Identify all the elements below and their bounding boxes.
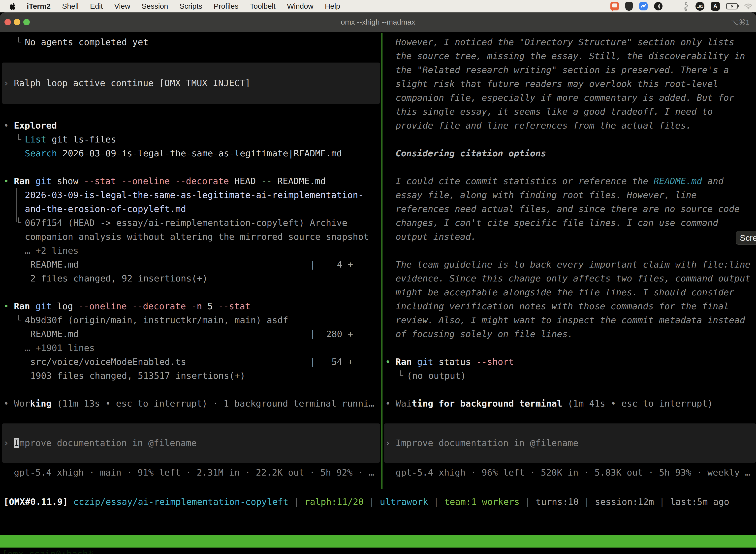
- chat-app-icon[interactable]: [611, 2, 619, 10]
- bullet-icon: •: [3, 299, 9, 313]
- text-cursor[interactable]: I: [14, 438, 19, 448]
- apple-icon[interactable]: [10, 2, 17, 10]
- omx-session-time: session:12m: [595, 497, 654, 507]
- menu-bar: iTerm2 Shell Edit View Session Scripts P…: [0, 0, 756, 12]
- nav-zigzag-icon[interactable]: [639, 2, 648, 10]
- commit-output-line: companion analysis without altering the …: [25, 232, 369, 242]
- git-subcommand: status: [439, 357, 476, 367]
- omx-ultrawork: ultrawork: [380, 497, 428, 507]
- bullet-icon: •: [385, 355, 391, 369]
- reasoning-line: and: [702, 176, 723, 186]
- working-detail: (11m 13s • esc to interrupt) · 1 backgro…: [52, 398, 374, 408]
- session-status-line: gpt-5.4 xhigh · main · 91% left · 2.31M …: [14, 467, 374, 478]
- prompt-input-text[interactable]: Improve documentation in @filename: [396, 438, 578, 448]
- dots-grid-icon[interactable]: [669, 3, 676, 10]
- stat-file-count: | 4 +: [310, 258, 353, 272]
- stat-file-count: | 280 +: [310, 327, 353, 341]
- prompt-chevron-icon: ›: [3, 436, 9, 450]
- menu-item-toolbelt[interactable]: Toolbelt: [250, 2, 275, 10]
- command-output: (no output): [407, 371, 466, 381]
- keyboard-a-icon[interactable]: A: [711, 2, 720, 11]
- menu-item-help[interactable]: Help: [325, 2, 340, 10]
- tool-search-label: Search: [25, 148, 57, 158]
- git-subcommand: log: [57, 301, 78, 311]
- reasoning-line: of focusing solely on file lines.: [396, 329, 573, 339]
- shield-keys-icon[interactable]: [625, 2, 633, 11]
- commit-output-line: 067f154 (HEAD -> essay/ai-reimplementati…: [25, 218, 347, 228]
- list-command: git ls-files: [46, 134, 116, 145]
- tree-branch-icon: └: [16, 132, 21, 147]
- git-head-arg: HEAD: [234, 176, 261, 186]
- git-subcommand: show: [57, 176, 83, 186]
- tmux-session-window[interactable]: [omx-cczip0:bash*: [2, 548, 93, 554]
- stat-file-name: README.md: [30, 259, 79, 270]
- prompt-chevron-icon: ›: [3, 76, 9, 90]
- tree-branch-icon: └: [16, 216, 21, 230]
- bullet-icon: •: [385, 397, 391, 410]
- stat-summary: 1903 files changed, 513517 insertions(+): [30, 371, 245, 381]
- reasoning-line: changes, I can't cite specific file line…: [396, 218, 718, 228]
- omx-last-activity: last:5m ago: [670, 497, 729, 507]
- reasoning-line: The team guideline is to back every impo…: [396, 259, 750, 270]
- reasoning-line: review. Also, I might want to inspect th…: [396, 315, 745, 325]
- stat-file-name: src/voice/voiceModeEnabled.ts: [30, 357, 186, 367]
- menu-item-scripts[interactable]: Scripts: [180, 2, 202, 10]
- crescent-icon[interactable]: [654, 2, 663, 10]
- prompt-chevron-icon: ›: [385, 436, 391, 450]
- reasoning-line: the source tree, missing the essay. Stil…: [396, 51, 745, 61]
- more-lines-note: … +1901 lines: [25, 343, 95, 353]
- stat-summary: 2 files changed, 92 insertions(+): [30, 273, 208, 283]
- menu-item-view[interactable]: View: [114, 2, 130, 10]
- waiting-detail: (1m 41s • esc to interrupt): [562, 398, 713, 408]
- squiggle-icon[interactable]: [683, 1, 689, 11]
- reasoning-line: the "Related research writing" section i…: [396, 65, 729, 75]
- git-flags: --stat: [218, 301, 251, 311]
- reasoning-line: companion file, especially if more comme…: [396, 93, 734, 103]
- screen-overlay-button[interactable]: Scre: [736, 231, 756, 245]
- reasoning-line: slight risk that future readers may over…: [396, 79, 718, 89]
- stat-file-name: README.md: [30, 329, 79, 339]
- omx-turns: turns:10: [536, 497, 579, 507]
- reasoning-line: references need actual files, and since …: [396, 204, 740, 214]
- tree-branch-icon: └: [398, 369, 403, 383]
- bullet-icon: •: [3, 397, 9, 410]
- screen: iTerm2 Shell Edit View Session Scripts P…: [0, 0, 756, 554]
- readme-link[interactable]: README.md: [653, 176, 702, 186]
- menu-status-icons: ..61 A: [611, 0, 753, 12]
- separator: |: [289, 497, 305, 507]
- menu-item-session[interactable]: Session: [142, 2, 168, 10]
- separator: |: [579, 497, 595, 507]
- battery-icon[interactable]: [726, 3, 738, 9]
- badge-61-icon[interactable]: ..61: [695, 2, 704, 11]
- omx-status-bar: [OMX#0.11.9] cczip/essay/ai-reimplementa…: [0, 495, 756, 509]
- terminal-content: └No agents completed yet ›Ralph loop act…: [0, 32, 756, 489]
- git-dashdash: --: [261, 176, 277, 186]
- git-target-file: README.md: [277, 176, 326, 186]
- prompt-input-text[interactable]: mprove documentation in @filename: [19, 438, 197, 448]
- reasoning-line: output instead.: [396, 232, 476, 242]
- bullet-icon: •: [3, 174, 9, 188]
- commit-output-line: 4b9d30f (origin/main, instructkr/main, m…: [25, 315, 288, 325]
- agents-status-line: No agents completed yet: [25, 37, 148, 47]
- separator: |: [428, 497, 444, 507]
- reasoning-line: provide file and line references from th…: [396, 120, 691, 130]
- bullet-icon: •: [3, 119, 9, 132]
- separator: |: [654, 497, 670, 507]
- reasoning-heading: Considering citation options: [396, 148, 546, 158]
- waiting-spinner-dim: Wai: [396, 398, 412, 408]
- wifi-icon[interactable]: [744, 3, 753, 9]
- menu-item-edit[interactable]: Edit: [90, 2, 103, 10]
- right-pane: However, I noticed the "Directory Struct…: [382, 32, 756, 489]
- reasoning-line: However, I noticed the "Directory Struct…: [396, 37, 734, 47]
- reasoning-line: I could cite commit statistics or refere…: [396, 176, 653, 186]
- menu-item-profiles[interactable]: Profiles: [213, 2, 238, 10]
- reasoning-line: might be acceptable alongside the file l…: [396, 287, 734, 297]
- omx-ralph-progress: ralph:11/20: [305, 497, 364, 507]
- ran-label: Ran: [14, 176, 36, 186]
- working-spinner-dim: Wor: [14, 398, 30, 408]
- menu-item-window[interactable]: Window: [287, 2, 314, 10]
- tmux-status-bar: [omx-cczip0:bash* "MacBook-Pro-44.local"…: [0, 535, 756, 548]
- working-label: king: [30, 398, 52, 408]
- menu-app-name[interactable]: iTerm2: [27, 2, 51, 10]
- menu-item-shell[interactable]: Shell: [62, 2, 79, 10]
